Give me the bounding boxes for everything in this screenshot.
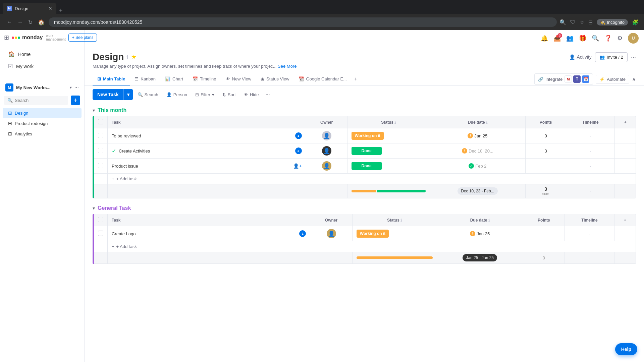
row-checkbox[interactable]: [98, 133, 103, 138]
sidebar-item-my-work[interactable]: ☑ My work: [3, 60, 82, 72]
select-all-checkbox-2[interactable]: [98, 217, 103, 222]
tab-close-button[interactable]: ✕: [48, 6, 52, 11]
status-col-header-2: Status ℹ: [352, 214, 437, 226]
status-badge: Working on it: [357, 230, 389, 238]
board-info-icon[interactable]: ℹ: [126, 54, 128, 60]
bookmark-icon[interactable]: ☆: [580, 19, 584, 25]
browser-search-icon[interactable]: 🔍: [559, 19, 566, 25]
search-toolbar-label: Search: [145, 92, 158, 97]
sidebar-item-home[interactable]: 🏠 Home: [3, 48, 82, 60]
board-item-design[interactable]: ⊞ Design: [3, 108, 82, 118]
add-column-button-2[interactable]: +: [614, 214, 636, 226]
select-all-checkbox[interactable]: [98, 119, 103, 124]
help-button[interactable]: Help: [615, 343, 637, 355]
status-bar-orange-2: [357, 256, 433, 259]
summary-timeline-col: -: [566, 184, 615, 198]
board-star-icon[interactable]: ★: [131, 53, 137, 61]
hide-toolbar-icon: 👁: [244, 92, 248, 97]
points-cell: 3: [525, 143, 566, 159]
status-cell: Working on it: [347, 128, 430, 143]
add-column-button[interactable]: +: [615, 116, 636, 128]
activity-button[interactable]: 👤 Activity: [569, 54, 592, 60]
back-button[interactable]: ←: [5, 18, 13, 26]
help-icon[interactable]: ❓: [604, 35, 612, 42]
invite-button[interactable]: 👥 Invite / 2: [595, 52, 628, 62]
global-search-icon[interactable]: 🔍: [592, 35, 599, 42]
toolbar-more-button[interactable]: ···: [263, 89, 272, 100]
forward-button[interactable]: →: [16, 18, 24, 26]
automate-button[interactable]: ⚡ Automate: [596, 75, 629, 84]
gift-icon[interactable]: 🎁: [579, 35, 586, 42]
home-icon: 🏠: [8, 51, 15, 57]
new-tab-button[interactable]: +: [56, 7, 65, 14]
board-grid-icon-3: ⊞: [8, 131, 12, 136]
more-options-button[interactable]: ···: [631, 54, 636, 61]
group-collapse-icon[interactable]: ▾: [93, 108, 95, 113]
status-summary-bar: [352, 190, 426, 192]
filter-toolbar-button[interactable]: ⊟ Filter ▾: [192, 90, 218, 99]
group-collapse-icon-2[interactable]: ▾: [93, 205, 95, 211]
owner-avatar[interactable]: 👤: [322, 131, 331, 140]
status-view-icon: ◉: [261, 76, 264, 81]
tab-main-table[interactable]: ⊞ Main Table: [93, 73, 130, 85]
integrate-button[interactable]: 🔗 Integrate M T 📅: [534, 73, 593, 85]
hide-toolbar-button[interactable]: 👁 Hide: [240, 90, 262, 99]
toolbar: New Task ▾ 🔍 Search 👤 Person ⊟ Filter ▾ …: [85, 86, 644, 103]
incognito-button[interactable]: 🕵 Incognito: [597, 19, 628, 25]
add-view-button[interactable]: +: [352, 73, 360, 85]
add-task-row-2[interactable]: + + Add task: [94, 241, 636, 252]
tab-google-calendar[interactable]: 📆 Google Calendar E...: [294, 73, 351, 85]
tab-timeline[interactable]: 📅 Timeline: [188, 73, 221, 85]
sidebar-search-input[interactable]: [15, 98, 65, 103]
see-more-link[interactable]: See More: [278, 64, 297, 69]
board-item-product-redesign[interactable]: ⊞ Product redesign: [3, 118, 82, 128]
tab-status-view[interactable]: ◉ Status View: [256, 73, 294, 85]
notify-icon: 2: [295, 147, 302, 154]
workspace-header[interactable]: M My New Works... ▾ ···: [0, 81, 84, 94]
board-item-analytics[interactable]: ⊞ Analytics: [3, 129, 82, 139]
collapse-button[interactable]: ∧: [632, 76, 636, 82]
inbox-icon-badge[interactable]: 📥 3: [553, 35, 561, 42]
address-input[interactable]: [49, 17, 557, 27]
sort-toolbar-button[interactable]: ⇅ Sort: [219, 90, 239, 99]
people-icon[interactable]: 👥: [566, 35, 574, 42]
add-person-icon[interactable]: 👤+: [293, 163, 302, 169]
points-sum: 3 sum: [530, 186, 562, 196]
bell-icon[interactable]: 🔔: [541, 35, 548, 42]
refresh-button[interactable]: ↻: [27, 18, 34, 27]
workspace-more-icon[interactable]: ···: [74, 84, 79, 90]
add-task-button[interactable]: + + Add task: [112, 176, 632, 181]
settings-icon[interactable]: ⚙: [617, 35, 623, 42]
workspace-chevron-icon: ▾: [70, 85, 72, 90]
person-toolbar-button[interactable]: 👤 Person: [163, 90, 191, 99]
no-track-icon[interactable]: 🛡: [570, 19, 576, 25]
row-checkbox[interactable]: [98, 163, 103, 168]
tab-new-view[interactable]: 👁 New View: [221, 73, 256, 85]
owner-avatar[interactable]: 👤: [327, 229, 336, 238]
search-toolbar-button[interactable]: 🔍 Search: [134, 90, 162, 99]
due-date-cell: ! Jan 25: [437, 226, 523, 241]
new-view-icon: 👁: [226, 76, 230, 81]
owner-avatar[interactable]: 👤: [322, 161, 331, 171]
hide-toolbar-label: Hide: [250, 92, 259, 97]
add-button[interactable]: +: [71, 96, 80, 105]
due-date-col-header: Due date ℹ: [430, 116, 526, 128]
new-task-button[interactable]: New Task ▾: [93, 89, 133, 100]
tab-kanban[interactable]: ☰ Kanban: [130, 73, 160, 85]
add-task-row[interactable]: + + Add task: [94, 174, 636, 184]
apps-grid-icon[interactable]: ⊞: [4, 34, 9, 41]
new-task-dropdown-arrow[interactable]: ▾: [123, 89, 133, 100]
active-tab[interactable]: M Design ✕: [3, 3, 56, 14]
owner-avatar[interactable]: 👤: [322, 146, 331, 156]
home-nav-button[interactable]: 🏠: [37, 18, 46, 27]
add-task-button-2[interactable]: + + Add task: [112, 244, 632, 249]
sidebar-icon[interactable]: ⊟: [588, 19, 593, 25]
tab-chart[interactable]: 📊 Chart: [160, 73, 188, 85]
row-checkbox[interactable]: [98, 148, 103, 153]
summary-points-col-2: 0: [523, 252, 565, 264]
extension-icon[interactable]: 🧩: [632, 19, 639, 25]
row-checkbox[interactable]: [98, 231, 103, 236]
add-task-label: + Add task: [116, 176, 137, 181]
user-avatar[interactable]: U: [628, 33, 639, 44]
due-date-cell: ! Dec 10, 20...: [430, 143, 526, 159]
